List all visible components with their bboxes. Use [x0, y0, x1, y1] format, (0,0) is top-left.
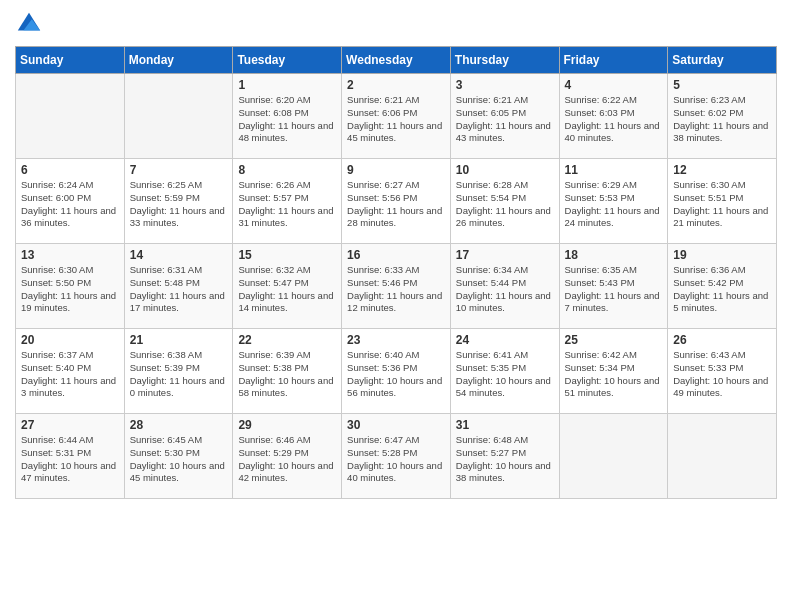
- calendar-cell: 22Sunrise: 6:39 AM Sunset: 5:38 PM Dayli…: [233, 329, 342, 414]
- day-number: 1: [238, 78, 336, 92]
- calendar-cell: 17Sunrise: 6:34 AM Sunset: 5:44 PM Dayli…: [450, 244, 559, 329]
- day-number: 20: [21, 333, 119, 347]
- week-row-4: 20Sunrise: 6:37 AM Sunset: 5:40 PM Dayli…: [16, 329, 777, 414]
- day-number: 23: [347, 333, 445, 347]
- calendar-cell: 28Sunrise: 6:45 AM Sunset: 5:30 PM Dayli…: [124, 414, 233, 499]
- day-info: Sunrise: 6:30 AM Sunset: 5:51 PM Dayligh…: [673, 179, 771, 230]
- calendar-cell: 6Sunrise: 6:24 AM Sunset: 6:00 PM Daylig…: [16, 159, 125, 244]
- day-number: 22: [238, 333, 336, 347]
- day-info: Sunrise: 6:39 AM Sunset: 5:38 PM Dayligh…: [238, 349, 336, 400]
- calendar-cell: 24Sunrise: 6:41 AM Sunset: 5:35 PM Dayli…: [450, 329, 559, 414]
- day-info: Sunrise: 6:27 AM Sunset: 5:56 PM Dayligh…: [347, 179, 445, 230]
- day-info: Sunrise: 6:22 AM Sunset: 6:03 PM Dayligh…: [565, 94, 663, 145]
- calendar-cell: 29Sunrise: 6:46 AM Sunset: 5:29 PM Dayli…: [233, 414, 342, 499]
- calendar-cell: 31Sunrise: 6:48 AM Sunset: 5:27 PM Dayli…: [450, 414, 559, 499]
- logo: [15, 10, 47, 38]
- day-info: Sunrise: 6:20 AM Sunset: 6:08 PM Dayligh…: [238, 94, 336, 145]
- calendar-cell: 3Sunrise: 6:21 AM Sunset: 6:05 PM Daylig…: [450, 74, 559, 159]
- week-row-3: 13Sunrise: 6:30 AM Sunset: 5:50 PM Dayli…: [16, 244, 777, 329]
- day-number: 29: [238, 418, 336, 432]
- calendar-cell: 7Sunrise: 6:25 AM Sunset: 5:59 PM Daylig…: [124, 159, 233, 244]
- day-info: Sunrise: 6:23 AM Sunset: 6:02 PM Dayligh…: [673, 94, 771, 145]
- day-info: Sunrise: 6:32 AM Sunset: 5:47 PM Dayligh…: [238, 264, 336, 315]
- day-info: Sunrise: 6:31 AM Sunset: 5:48 PM Dayligh…: [130, 264, 228, 315]
- day-info: Sunrise: 6:28 AM Sunset: 5:54 PM Dayligh…: [456, 179, 554, 230]
- day-number: 14: [130, 248, 228, 262]
- day-info: Sunrise: 6:21 AM Sunset: 6:06 PM Dayligh…: [347, 94, 445, 145]
- day-number: 28: [130, 418, 228, 432]
- day-number: 8: [238, 163, 336, 177]
- calendar-cell: 2Sunrise: 6:21 AM Sunset: 6:06 PM Daylig…: [342, 74, 451, 159]
- calendar-cell: 15Sunrise: 6:32 AM Sunset: 5:47 PM Dayli…: [233, 244, 342, 329]
- day-info: Sunrise: 6:48 AM Sunset: 5:27 PM Dayligh…: [456, 434, 554, 485]
- week-row-1: 1Sunrise: 6:20 AM Sunset: 6:08 PM Daylig…: [16, 74, 777, 159]
- calendar-cell: [16, 74, 125, 159]
- day-info: Sunrise: 6:29 AM Sunset: 5:53 PM Dayligh…: [565, 179, 663, 230]
- col-header-monday: Monday: [124, 47, 233, 74]
- calendar-cell: [668, 414, 777, 499]
- day-number: 17: [456, 248, 554, 262]
- day-number: 30: [347, 418, 445, 432]
- day-info: Sunrise: 6:44 AM Sunset: 5:31 PM Dayligh…: [21, 434, 119, 485]
- day-number: 7: [130, 163, 228, 177]
- calendar-body: 1Sunrise: 6:20 AM Sunset: 6:08 PM Daylig…: [16, 74, 777, 499]
- day-info: Sunrise: 6:45 AM Sunset: 5:30 PM Dayligh…: [130, 434, 228, 485]
- day-info: Sunrise: 6:38 AM Sunset: 5:39 PM Dayligh…: [130, 349, 228, 400]
- calendar-cell: 12Sunrise: 6:30 AM Sunset: 5:51 PM Dayli…: [668, 159, 777, 244]
- day-number: 10: [456, 163, 554, 177]
- calendar-cell: 30Sunrise: 6:47 AM Sunset: 5:28 PM Dayli…: [342, 414, 451, 499]
- calendar-cell: 26Sunrise: 6:43 AM Sunset: 5:33 PM Dayli…: [668, 329, 777, 414]
- day-info: Sunrise: 6:26 AM Sunset: 5:57 PM Dayligh…: [238, 179, 336, 230]
- day-info: Sunrise: 6:47 AM Sunset: 5:28 PM Dayligh…: [347, 434, 445, 485]
- header-row: SundayMondayTuesdayWednesdayThursdayFrid…: [16, 47, 777, 74]
- calendar-cell: 1Sunrise: 6:20 AM Sunset: 6:08 PM Daylig…: [233, 74, 342, 159]
- day-number: 15: [238, 248, 336, 262]
- week-row-2: 6Sunrise: 6:24 AM Sunset: 6:00 PM Daylig…: [16, 159, 777, 244]
- logo-icon: [15, 10, 43, 38]
- day-number: 5: [673, 78, 771, 92]
- day-number: 27: [21, 418, 119, 432]
- calendar-cell: 25Sunrise: 6:42 AM Sunset: 5:34 PM Dayli…: [559, 329, 668, 414]
- col-header-saturday: Saturday: [668, 47, 777, 74]
- day-number: 3: [456, 78, 554, 92]
- day-info: Sunrise: 6:21 AM Sunset: 6:05 PM Dayligh…: [456, 94, 554, 145]
- day-number: 9: [347, 163, 445, 177]
- week-row-5: 27Sunrise: 6:44 AM Sunset: 5:31 PM Dayli…: [16, 414, 777, 499]
- calendar-cell: 19Sunrise: 6:36 AM Sunset: 5:42 PM Dayli…: [668, 244, 777, 329]
- day-info: Sunrise: 6:42 AM Sunset: 5:34 PM Dayligh…: [565, 349, 663, 400]
- day-info: Sunrise: 6:41 AM Sunset: 5:35 PM Dayligh…: [456, 349, 554, 400]
- calendar-cell: 27Sunrise: 6:44 AM Sunset: 5:31 PM Dayli…: [16, 414, 125, 499]
- calendar-cell: 5Sunrise: 6:23 AM Sunset: 6:02 PM Daylig…: [668, 74, 777, 159]
- col-header-friday: Friday: [559, 47, 668, 74]
- calendar-cell: 4Sunrise: 6:22 AM Sunset: 6:03 PM Daylig…: [559, 74, 668, 159]
- day-number: 2: [347, 78, 445, 92]
- day-number: 21: [130, 333, 228, 347]
- col-header-tuesday: Tuesday: [233, 47, 342, 74]
- day-number: 19: [673, 248, 771, 262]
- col-header-thursday: Thursday: [450, 47, 559, 74]
- calendar-cell: 9Sunrise: 6:27 AM Sunset: 5:56 PM Daylig…: [342, 159, 451, 244]
- calendar-cell: 8Sunrise: 6:26 AM Sunset: 5:57 PM Daylig…: [233, 159, 342, 244]
- day-number: 4: [565, 78, 663, 92]
- col-header-sunday: Sunday: [16, 47, 125, 74]
- day-info: Sunrise: 6:34 AM Sunset: 5:44 PM Dayligh…: [456, 264, 554, 315]
- day-info: Sunrise: 6:33 AM Sunset: 5:46 PM Dayligh…: [347, 264, 445, 315]
- day-info: Sunrise: 6:35 AM Sunset: 5:43 PM Dayligh…: [565, 264, 663, 315]
- col-header-wednesday: Wednesday: [342, 47, 451, 74]
- calendar-cell: 11Sunrise: 6:29 AM Sunset: 5:53 PM Dayli…: [559, 159, 668, 244]
- calendar-cell: [124, 74, 233, 159]
- day-info: Sunrise: 6:25 AM Sunset: 5:59 PM Dayligh…: [130, 179, 228, 230]
- day-number: 16: [347, 248, 445, 262]
- calendar-cell: 20Sunrise: 6:37 AM Sunset: 5:40 PM Dayli…: [16, 329, 125, 414]
- day-number: 31: [456, 418, 554, 432]
- calendar-table: SundayMondayTuesdayWednesdayThursdayFrid…: [15, 46, 777, 499]
- calendar-cell: 23Sunrise: 6:40 AM Sunset: 5:36 PM Dayli…: [342, 329, 451, 414]
- day-number: 6: [21, 163, 119, 177]
- day-number: 18: [565, 248, 663, 262]
- day-info: Sunrise: 6:46 AM Sunset: 5:29 PM Dayligh…: [238, 434, 336, 485]
- day-number: 11: [565, 163, 663, 177]
- calendar-cell: 13Sunrise: 6:30 AM Sunset: 5:50 PM Dayli…: [16, 244, 125, 329]
- day-number: 24: [456, 333, 554, 347]
- page-header: [15, 10, 777, 38]
- calendar-cell: 14Sunrise: 6:31 AM Sunset: 5:48 PM Dayli…: [124, 244, 233, 329]
